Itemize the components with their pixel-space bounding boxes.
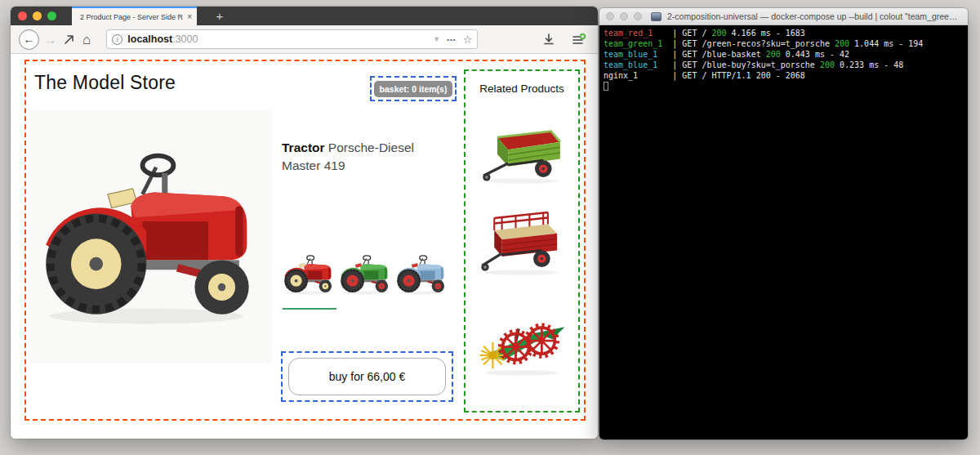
basket-badge: basket: 0 item(s) <box>374 81 453 97</box>
zoom-window-button[interactable] <box>47 11 56 20</box>
product-title-type: Tractor <box>282 141 325 154</box>
menu-add-extension-icon[interactable] <box>572 33 586 47</box>
terminal-title-bar: 2-composition-universal — docker-compose… <box>599 8 968 25</box>
browser-tab-bar: 2 Product Page - Server Side R × + <box>11 7 598 25</box>
buy-button[interactable]: buy for 66,00 € <box>288 358 446 395</box>
tab-title: 2 Product Page - Server Side R <box>80 13 184 21</box>
minimize-window-button[interactable] <box>33 11 42 20</box>
url-port: :3000 <box>172 33 198 45</box>
terminal-title: 2-composition-universal — docker-compose… <box>667 11 961 21</box>
site-info-icon[interactable]: i <box>112 34 122 45</box>
diagonal-arrow-icon[interactable] <box>64 33 75 45</box>
terminal-log-line: team_red_1 | GET / 200 4.166 ms - 1683 <box>604 28 968 38</box>
buy-fragment-border: buy for 66,00 € <box>281 351 453 402</box>
terminal-body[interactable]: team_red_1 | GET / 200 4.166 ms - 1683te… <box>599 25 968 439</box>
terminal-minimize-button[interactable] <box>620 12 628 20</box>
terminal-cursor <box>604 82 608 91</box>
product-hero-image <box>29 110 272 364</box>
close-window-button[interactable] <box>18 11 27 20</box>
bookmark-star-icon[interactable]: ☆ <box>463 33 473 46</box>
browser-tab[interactable]: 2 Product Page - Server Side R × <box>72 7 197 25</box>
selected-variant-underline <box>283 308 336 310</box>
new-tab-button[interactable]: + <box>209 7 230 25</box>
back-icon: ← <box>24 33 35 46</box>
url-dropdown-icon[interactable]: ▼ <box>433 35 440 43</box>
browser-toolbar: ← → ⌂ i localhost :3000 ▼ ••• ☆ <box>11 25 598 54</box>
terminal-app-icon <box>651 12 662 21</box>
thumbnail-tractor-green[interactable] <box>338 249 392 300</box>
url-bar[interactable]: i localhost :3000 ▼ ••• ☆ <box>106 29 478 49</box>
home-icon[interactable]: ⌂ <box>82 33 91 47</box>
variant-thumbnails <box>282 249 453 300</box>
related-products-panel: Related Products <box>464 69 580 413</box>
browser-window: 2 Product Page - Server Side R × + ← → ⌂… <box>11 7 598 439</box>
store-title: The Model Store <box>34 72 176 94</box>
related-product-hay-tedder-image[interactable] <box>474 306 570 379</box>
terminal-window: 2-composition-universal — docker-compose… <box>599 8 968 439</box>
terminal-log-line: nginx_1 | GET / HTTP/1.1 200 - 2068 <box>604 70 968 81</box>
product-title: Tractor Porsche-Diesel Master 419 <box>282 139 455 175</box>
thumbnail-tractor-blue[interactable] <box>394 249 448 300</box>
tab-close-icon[interactable]: × <box>184 12 192 21</box>
url-host: localhost <box>127 33 172 45</box>
terminal-log-line: team_green_1 | GET /green-recos?sku=t_po… <box>604 38 968 49</box>
terminal-lines: team_red_1 | GET / 200 4.166 ms - 1683te… <box>604 28 968 81</box>
terminal-log-line: team_blue_1 | GET /blue-buy?sku=t_porsch… <box>604 60 968 70</box>
basket-fragment-border: basket: 0 item(s) <box>370 76 457 101</box>
tractor-red-image <box>34 141 266 333</box>
download-icon[interactable] <box>542 33 555 46</box>
related-product-green-trailer-image[interactable] <box>474 114 570 188</box>
terminal-zoom-button[interactable] <box>634 12 642 20</box>
terminal-close-button[interactable] <box>606 12 614 20</box>
thumbnail-tractor-red[interactable] <box>282 249 336 300</box>
terminal-log-line: team_blue_1 | GET /blue-basket 200 0.443… <box>604 49 968 60</box>
window-controls <box>18 11 56 20</box>
related-product-red-rail-trailer-image[interactable] <box>474 206 570 279</box>
forward-icon[interactable]: → <box>44 33 56 46</box>
page-actions-icon[interactable]: ••• <box>447 36 456 43</box>
back-button[interactable]: ← <box>19 29 39 50</box>
store-page: The Model Store basket: 0 item(s) Relate… <box>11 54 598 439</box>
related-products-title: Related Products <box>479 83 564 95</box>
